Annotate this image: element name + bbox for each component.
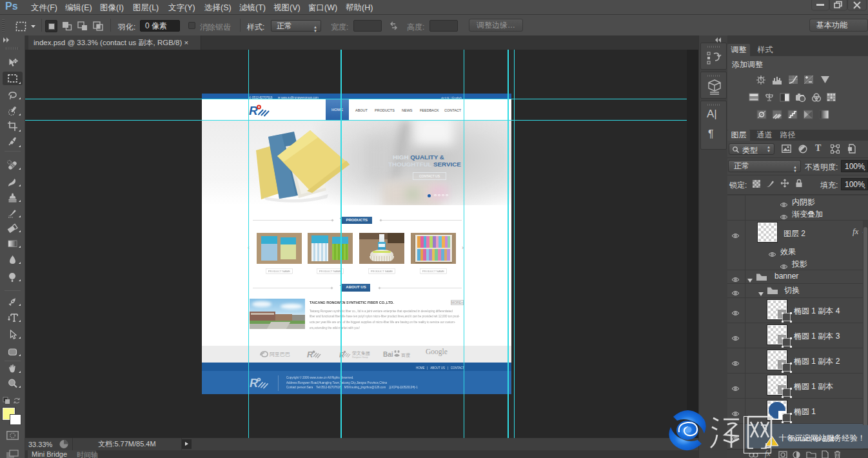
svg-text:百度: 百度 <box>401 353 410 358</box>
svg-text:R: R <box>250 377 258 390</box>
svg-text:荣文集团: 荣文集团 <box>352 350 370 356</box>
svg-text:R: R <box>249 104 258 117</box>
svg-text:R: R <box>307 350 313 359</box>
svg-text:阿里巴巴: 阿里巴巴 <box>270 352 290 357</box>
svg-text:Rongwen Group: Rongwen Group <box>352 356 368 359</box>
svg-text:Bai: Bai <box>383 351 393 358</box>
